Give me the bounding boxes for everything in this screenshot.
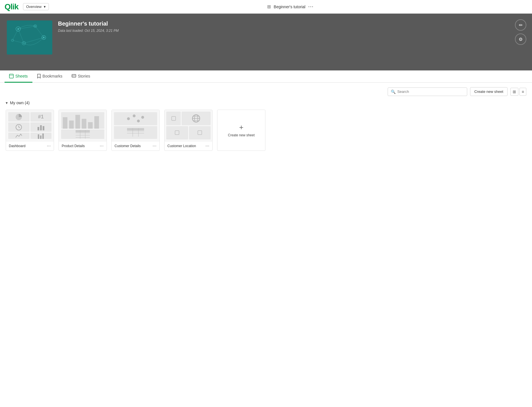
qlik-logo[interactable]: Qlik bbox=[5, 2, 18, 11]
svg-rect-53 bbox=[172, 116, 176, 120]
preview-cell-clock bbox=[8, 122, 30, 132]
sheet-name-customer-location: Customer Location bbox=[167, 144, 196, 148]
gear-icon: ⚙ bbox=[519, 37, 523, 42]
navbar-more-button[interactable]: ··· bbox=[308, 4, 314, 9]
navbar-app-title: Beginner's tutorial bbox=[274, 5, 306, 9]
product-details-preview bbox=[59, 110, 107, 141]
sheet-footer-dashboard: Dashboard ··· bbox=[6, 141, 54, 150]
preview-cell-line bbox=[8, 133, 30, 139]
svg-rect-32 bbox=[63, 117, 67, 129]
app-thumbnail bbox=[7, 20, 52, 55]
bookmarks-tab-icon bbox=[37, 74, 41, 78]
svg-rect-60 bbox=[198, 131, 202, 135]
overview-dropdown[interactable]: Overview ▾ bbox=[23, 3, 49, 10]
sheets-tab-icon bbox=[9, 74, 14, 78]
preview-cell-table-icon bbox=[61, 130, 104, 139]
pencil-icon: ✏ bbox=[519, 22, 523, 28]
tab-sheets[interactable]: Sheets bbox=[5, 70, 32, 83]
svg-point-46 bbox=[137, 120, 140, 122]
preview-row-top bbox=[166, 112, 211, 125]
svg-rect-0 bbox=[7, 20, 52, 55]
svg-rect-38 bbox=[76, 130, 90, 132]
header-info: Beginner's tutorial Data last loaded: Oc… bbox=[58, 20, 119, 33]
create-new-sheet-button[interactable]: Create new sheet bbox=[470, 87, 508, 96]
tab-bookmarks-label: Bookmarks bbox=[43, 74, 63, 78]
svg-rect-48 bbox=[127, 128, 144, 130]
overview-dropdown-label: Overview bbox=[26, 5, 41, 9]
tab-sheets-label: Sheets bbox=[15, 74, 28, 78]
svg-rect-59 bbox=[175, 131, 179, 135]
customer-location-preview bbox=[165, 110, 212, 141]
preview-cell-filter3 bbox=[189, 126, 211, 140]
preview-cell-bar bbox=[30, 122, 52, 132]
svg-rect-31 bbox=[42, 133, 44, 139]
svg-rect-16 bbox=[9, 74, 13, 78]
sheet-more-product-details[interactable]: ··· bbox=[100, 144, 104, 148]
sheet-more-dashboard[interactable]: ··· bbox=[47, 144, 51, 148]
search-box[interactable]: 🔍 bbox=[388, 87, 467, 96]
svg-rect-36 bbox=[88, 122, 93, 129]
dashboard-preview: #1 bbox=[6, 110, 54, 141]
svg-rect-34 bbox=[75, 115, 80, 129]
sheet-name-product-details: Product Details bbox=[62, 144, 85, 148]
svg-point-45 bbox=[133, 114, 136, 117]
sheet-card-customer-location[interactable]: Customer Location ··· bbox=[164, 110, 213, 151]
app-subtitle: Data last loaded: Oct 15, 2024, 3:21 PM bbox=[58, 29, 119, 33]
create-sheet-label: Create new sheet bbox=[228, 133, 255, 137]
preview-cell-filter2 bbox=[166, 126, 188, 140]
qlik-logo-text: Qlik bbox=[5, 2, 18, 11]
app-icon: ⊞ bbox=[267, 4, 271, 9]
list-view-button[interactable]: ≡ bbox=[519, 88, 526, 96]
sheet-card-dashboard[interactable]: #1 bbox=[6, 110, 54, 151]
svg-rect-27 bbox=[40, 125, 42, 130]
sheet-card-product-details[interactable]: Product Details ··· bbox=[59, 110, 107, 151]
list-icon: ≡ bbox=[522, 89, 524, 94]
toolbar: 🔍 Create new sheet ⊞ ≡ bbox=[6, 87, 526, 96]
sheet-grid: #1 bbox=[6, 110, 526, 151]
svg-rect-37 bbox=[94, 116, 99, 129]
svg-rect-33 bbox=[69, 120, 74, 129]
preview-row-bottom bbox=[166, 126, 211, 140]
grid-icon: ⊞ bbox=[513, 89, 516, 94]
section-chevron[interactable]: ▾ bbox=[6, 101, 8, 105]
create-plus-icon: + bbox=[239, 124, 243, 131]
svg-rect-29 bbox=[38, 134, 39, 139]
grid-view-button[interactable]: ⊞ bbox=[510, 88, 518, 96]
settings-button[interactable]: ⚙ bbox=[515, 34, 526, 45]
preview-cell-scatter bbox=[114, 112, 157, 125]
navbar-center: ⊞ Beginner's tutorial ··· bbox=[53, 4, 527, 9]
header-area: Beginner's tutorial Data last loaded: Oc… bbox=[0, 14, 532, 70]
chevron-down-icon: ▾ bbox=[44, 5, 46, 9]
search-icon: 🔍 bbox=[391, 89, 396, 94]
preview-cell-bar2 bbox=[30, 133, 52, 139]
tab-bookmarks[interactable]: Bookmarks bbox=[32, 70, 67, 83]
sheet-name-dashboard: Dashboard bbox=[9, 144, 26, 148]
stories-tab-icon bbox=[72, 74, 76, 78]
create-sheet-card[interactable]: + Create new sheet bbox=[217, 110, 265, 151]
tab-stories[interactable]: Stories bbox=[67, 70, 95, 83]
preview-cell-number: #1 bbox=[30, 112, 52, 122]
sheet-more-customer-location[interactable]: ··· bbox=[205, 144, 209, 148]
content-area: 🔍 Create new sheet ⊞ ≡ ▾ My own (4) bbox=[0, 83, 532, 155]
header-actions: ✏ ⚙ bbox=[515, 19, 526, 45]
svg-line-25 bbox=[19, 127, 20, 128]
search-input[interactable] bbox=[397, 89, 464, 94]
sheet-card-customer-details[interactable]: Customer Details ··· bbox=[111, 110, 160, 151]
svg-rect-30 bbox=[40, 135, 41, 139]
svg-point-44 bbox=[127, 117, 130, 120]
preview-cell-table-grid bbox=[114, 126, 157, 139]
sheet-footer-product-details: Product Details ··· bbox=[59, 141, 107, 150]
svg-point-19 bbox=[72, 75, 74, 76]
tab-stories-label: Stories bbox=[78, 74, 90, 78]
tab-bar: Sheets Bookmarks Stories bbox=[0, 70, 532, 83]
app-title: Beginner's tutorial bbox=[58, 20, 119, 27]
preview-cell-pie bbox=[8, 112, 30, 122]
svg-rect-35 bbox=[82, 119, 86, 129]
edit-button[interactable]: ✏ bbox=[515, 19, 526, 31]
svg-rect-26 bbox=[38, 127, 39, 130]
navbar: Qlik Overview ▾ ⊞ Beginner's tutorial ··… bbox=[0, 0, 532, 14]
sheet-more-customer-details[interactable]: ··· bbox=[153, 144, 157, 148]
preview-cell-filter1 bbox=[166, 112, 181, 125]
sheet-name-customer-details: Customer Details bbox=[115, 144, 141, 148]
sheet-footer-customer-details: Customer Details ··· bbox=[112, 141, 159, 150]
